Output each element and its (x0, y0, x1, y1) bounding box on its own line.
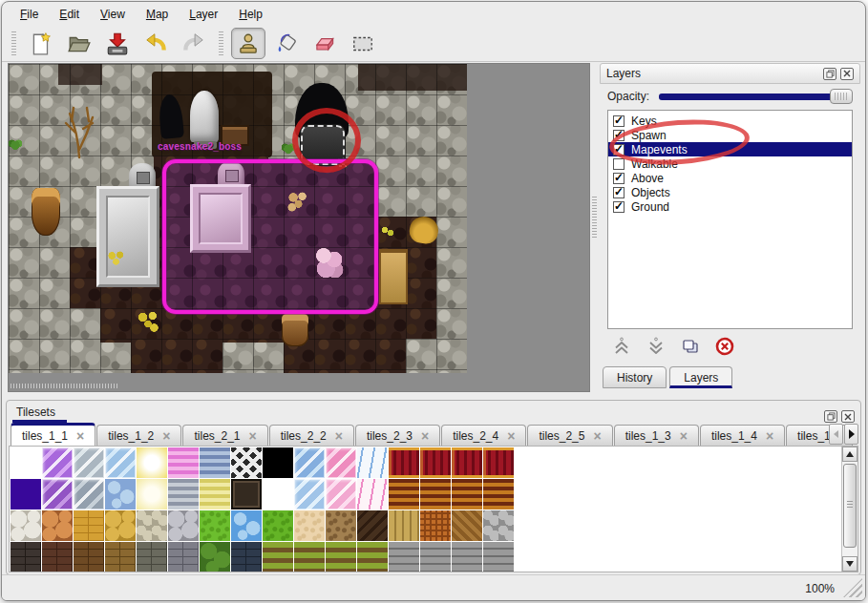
close-panel-icon[interactable] (840, 68, 854, 80)
stamp-tool-button[interactable] (231, 28, 265, 59)
panel-splitter[interactable] (590, 63, 600, 393)
tileset-scrollbar[interactable] (841, 447, 857, 572)
layer-visibility-checkbox[interactable] (613, 144, 625, 156)
scrollbar-thumb[interactable] (843, 464, 857, 548)
save-map-button[interactable] (100, 28, 135, 59)
palette-tile[interactable] (42, 510, 73, 541)
layer-row-ground[interactable]: Ground (608, 199, 852, 214)
palette-tile[interactable] (483, 479, 514, 509)
layer-visibility-checkbox[interactable] (613, 187, 625, 198)
palette-tile[interactable] (357, 479, 388, 509)
palette-tile[interactable] (200, 447, 230, 478)
palette-tile[interactable] (389, 510, 419, 541)
float-panel-icon[interactable] (823, 68, 836, 80)
palette-tile[interactable] (11, 542, 41, 572)
tileset-tab-tiles_2_3[interactable]: tiles_2_3× (355, 425, 440, 446)
palette-tile[interactable] (74, 447, 104, 478)
select-tool-button[interactable] (346, 28, 380, 59)
raise-layer-button[interactable] (611, 336, 632, 357)
map-scroll-grip[interactable] (11, 384, 117, 388)
palette-tile[interactable] (200, 479, 230, 509)
tileset-tab-tiles_1_2[interactable]: tiles_1_2× (96, 425, 181, 446)
palette-tile[interactable] (357, 447, 388, 478)
close-tab-icon[interactable]: × (421, 431, 429, 441)
palette-tile[interactable] (168, 510, 199, 541)
palette-tile[interactable] (357, 542, 388, 572)
palette-tile[interactable] (263, 510, 293, 541)
palette-tile[interactable] (168, 542, 199, 572)
scroll-tabs-right-button[interactable] (844, 424, 858, 445)
palette-tile[interactable] (389, 479, 419, 509)
opacity-slider-track[interactable] (659, 94, 851, 100)
palette-tile[interactable] (483, 542, 514, 572)
layer-visibility-checkbox[interactable] (613, 115, 625, 127)
float-panel-icon[interactable] (824, 410, 837, 423)
close-tab-icon[interactable]: × (593, 431, 601, 441)
close-tab-icon[interactable]: × (507, 431, 515, 441)
new-map-button[interactable] (24, 28, 58, 59)
palette-tile[interactable] (231, 479, 262, 509)
palette-tile[interactable] (11, 479, 41, 509)
layer-row-above[interactable]: Above (608, 171, 852, 185)
palette-tile[interactable] (294, 542, 325, 572)
scroll-down-button[interactable] (842, 556, 857, 572)
opacity-slider[interactable] (657, 89, 853, 104)
layer-row-objects[interactable]: Objects (608, 185, 852, 199)
palette-tile[interactable] (74, 510, 104, 541)
open-map-button[interactable] (62, 28, 96, 59)
palette-tile[interactable] (420, 479, 451, 509)
fill-tool-button[interactable] (269, 28, 304, 59)
tileset-tab-tiles_1_4[interactable]: tiles_1_4× (700, 425, 785, 446)
palette-tile[interactable] (483, 447, 514, 478)
close-tab-icon[interactable]: × (76, 431, 84, 441)
palette-tile[interactable] (452, 447, 482, 478)
menu-item-help[interactable]: Help (230, 5, 271, 24)
palette-tile[interactable] (389, 542, 419, 572)
palette-tile[interactable] (105, 479, 136, 509)
layer-visibility-checkbox[interactable] (613, 158, 625, 170)
menu-item-view[interactable]: View (92, 5, 134, 24)
palette-tile[interactable] (389, 447, 419, 478)
palette-tile[interactable] (294, 510, 325, 541)
layer-row-walkable[interactable]: Walkable (608, 156, 852, 171)
tileset-tab-tiles_1_1[interactable]: tiles_1_1× (11, 423, 95, 446)
palette-tile[interactable] (137, 542, 167, 572)
eraser-tool-button[interactable] (307, 28, 342, 59)
menu-item-edit[interactable]: Edit (51, 5, 88, 24)
palette-tile[interactable] (74, 479, 104, 509)
palette-tile[interactable] (231, 447, 262, 478)
palette-tile[interactable] (452, 510, 482, 541)
palette-tile[interactable] (326, 542, 356, 572)
palette-tile[interactable] (452, 542, 482, 572)
palette-tile[interactable] (200, 510, 230, 541)
scroll-up-button[interactable] (842, 447, 857, 462)
palette-tile[interactable] (168, 479, 199, 509)
layer-visibility-checkbox[interactable] (613, 130, 625, 141)
palette-tile[interactable] (137, 447, 167, 478)
palette-tile[interactable] (11, 447, 41, 478)
layer-row-keys[interactable]: Keys (608, 114, 852, 128)
opacity-slider-handle[interactable] (830, 89, 853, 104)
palette-tile[interactable] (420, 510, 451, 541)
palette-tile[interactable] (326, 510, 356, 541)
close-tab-icon[interactable]: × (249, 431, 257, 441)
close-tab-icon[interactable]: × (162, 431, 170, 441)
palette-tile[interactable] (231, 542, 262, 572)
redo-button[interactable] (177, 28, 211, 59)
delete-layer-button[interactable] (714, 336, 735, 357)
palette-tile[interactable] (105, 447, 136, 478)
palette-tile[interactable] (168, 447, 199, 478)
palette-tile[interactable] (42, 542, 73, 572)
tilesets-title-tab[interactable]: Tilesets (12, 404, 67, 423)
duplicate-layer-button[interactable] (680, 336, 701, 357)
palette-tile[interactable] (357, 510, 388, 541)
map-tiles[interactable]: cavesnake2_boss (9, 64, 467, 373)
palette-tile[interactable] (11, 510, 41, 541)
menu-item-map[interactable]: Map (138, 5, 177, 24)
palette-tile[interactable] (74, 542, 104, 572)
menu-item-layer[interactable]: Layer (180, 5, 226, 24)
resize-grip[interactable] (843, 578, 862, 597)
layer-row-spawn[interactable]: Spawn (608, 128, 852, 142)
tileset-tab-tiles_2_4[interactable]: tiles_2_4× (441, 425, 526, 446)
palette-tile[interactable] (420, 542, 451, 572)
